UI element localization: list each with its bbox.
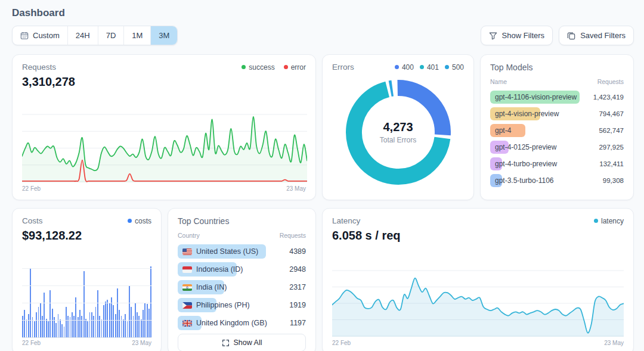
cost-bar (38, 307, 39, 337)
country-label: Indonesia (ID) (196, 265, 243, 274)
country-requests: 1919 (289, 301, 306, 309)
cost-bar (115, 314, 116, 337)
cost-bar (66, 307, 67, 337)
cost-bar (85, 319, 86, 337)
gridline (22, 285, 151, 286)
costs-legend: costs (128, 217, 151, 225)
cost-bar (46, 319, 47, 337)
latency-legend: latency (594, 217, 624, 225)
latency-chart: 22 Feb 23 May (332, 269, 624, 346)
errors-donut: 4,273 Total Errors (345, 79, 451, 185)
calendar-icon (20, 32, 29, 40)
errors-total-label: Total Errors (380, 136, 416, 144)
cost-bar (67, 316, 69, 337)
country-row: United Kingdom (GB)1197 (178, 316, 306, 330)
legend-label: latency (601, 217, 624, 225)
top-countries-card: Top Countries Country Requests United St… (168, 208, 316, 351)
flag-icon-gb (182, 320, 192, 327)
model-requests: 132,411 (599, 160, 624, 167)
legend-label: error (291, 63, 306, 72)
errors-total-value: 4,273 (383, 120, 413, 134)
show-filters-button[interactable]: Show Filters (481, 26, 553, 45)
cost-bar (119, 310, 120, 337)
cost-bar (133, 316, 134, 337)
x-axis-end-label: 23 May (604, 340, 624, 346)
model-requests: 794,467 (599, 110, 624, 117)
costs-bar-chart (22, 265, 151, 338)
legend-dot-500 (445, 65, 449, 69)
requests-card-header: Requests successerror (22, 63, 306, 72)
x-axis-end-label: 23 May (132, 340, 151, 346)
latency-title: Latency (332, 216, 360, 225)
requests-x-axis: 22 Feb 23 May (22, 185, 306, 192)
country-name: Indonesia (ID) (178, 265, 243, 274)
country-label: Philippines (PH) (196, 301, 250, 309)
legend-dot-401 (420, 65, 424, 69)
cost-bar (24, 310, 25, 337)
cost-bar (147, 304, 148, 337)
country-label: India (IN) (196, 283, 227, 291)
top-countries-title: Top Countries (178, 216, 306, 226)
time-range-24h[interactable]: 24H (67, 26, 98, 45)
model-name: gpt-4-turbo-preview (490, 160, 557, 168)
legend-dot-costs (128, 219, 132, 223)
saved-filters-button[interactable]: Saved Filters (559, 26, 634, 45)
time-range-label: 24H (76, 31, 90, 40)
cost-bar (129, 285, 130, 337)
cost-bar (91, 312, 92, 337)
cost-bar (107, 300, 108, 337)
time-range-custom[interactable]: Custom (13, 26, 67, 45)
time-range-label: 1M (132, 31, 143, 40)
latency-x-axis: 22 Feb 23 May (332, 340, 624, 346)
x-axis-start-label: 22 Feb (332, 340, 351, 346)
time-range-7d[interactable]: 7D (98, 26, 124, 45)
show-all-label: Show All (234, 338, 262, 347)
flag-icon-in (182, 284, 192, 291)
cost-bar (117, 288, 118, 337)
costs-title: Costs (22, 216, 43, 225)
requests-value: 3,310,278 (22, 75, 306, 89)
legend-label: costs (135, 217, 151, 225)
top-countries-column-headers: Country Requests (178, 232, 306, 239)
cost-bar (127, 321, 128, 337)
model-row: gpt-4-turbo-preview132,411 (490, 157, 624, 170)
model-requests: 562,747 (599, 127, 624, 134)
gridline (22, 303, 151, 303)
show-all-button[interactable]: Show All (178, 334, 306, 351)
legend-item-latency: latency (594, 217, 624, 225)
cost-bar (49, 290, 51, 337)
time-range-3m[interactable]: 3M (150, 26, 177, 45)
bottom-row: Costs costs $93,128.22 22 Feb 23 May Top… (12, 208, 634, 351)
cost-bar (121, 316, 122, 337)
cost-bar (138, 316, 140, 337)
x-axis-start-label: 22 Feb (22, 340, 41, 346)
errors-legend: 400401500 (395, 63, 464, 72)
cost-bar (148, 309, 150, 337)
cost-bar (22, 316, 23, 337)
top-models-title: Top Models (490, 63, 624, 72)
errors-donut-center: 4,273 Total Errors (345, 79, 451, 185)
cost-bar (52, 309, 53, 337)
toolbar: Custom24H7D1M3M Show FiltersSaved Filter… (12, 26, 634, 45)
country-row: United States (US)4389 (178, 244, 306, 259)
cost-bar (55, 323, 57, 337)
legend-dot-latency (594, 219, 598, 223)
model-requests: 1,423,419 (593, 94, 624, 101)
cost-bar (97, 290, 98, 337)
country-requests: 2948 (289, 265, 306, 274)
time-range-selector: Custom24H7D1M3M (12, 26, 178, 45)
cost-bar (150, 266, 151, 337)
legend-dot-success (242, 65, 246, 69)
top-models-card: Top Models Name Requests gpt-4-1106-visi… (480, 54, 634, 200)
top-models-column-headers: Name Requests (490, 78, 624, 85)
column-header-requests: Requests (597, 78, 624, 85)
cost-bar (101, 319, 103, 337)
cost-bar (81, 316, 82, 337)
column-header-country: Country (178, 232, 200, 239)
country-requests: 1197 (290, 319, 306, 327)
copies-icon (567, 32, 575, 40)
time-range-1m[interactable]: 1M (123, 26, 150, 45)
funnel-icon (489, 32, 497, 40)
country-label: United Kingdom (GB) (196, 319, 267, 327)
latency-card-header: Latency latency (332, 216, 624, 225)
